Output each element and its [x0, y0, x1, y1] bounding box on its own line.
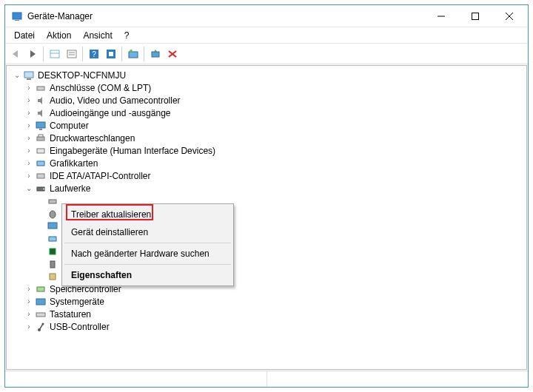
- svg-rect-36: [50, 249, 56, 254]
- speaker-icon: [35, 95, 47, 107]
- svg-rect-20: [24, 72, 33, 78]
- collapse-icon[interactable]: ›: [23, 283, 35, 295]
- svg-point-33: [50, 211, 56, 218]
- ide-icon: [35, 170, 47, 182]
- collapse-icon[interactable]: ›: [23, 321, 35, 333]
- expand-icon[interactable]: ⌄: [11, 70, 23, 81]
- svg-rect-26: [38, 135, 43, 137]
- drive-icon: [35, 183, 47, 195]
- svg-rect-3: [472, 13, 479, 19]
- menu-file[interactable]: Datei: [8, 29, 41, 42]
- show-hidden-button[interactable]: [46, 45, 63, 62]
- ctx-scan-hardware[interactable]: Nach geänderter Hardware suchen: [64, 245, 232, 263]
- monitor-icon: [47, 220, 58, 232]
- svg-point-44: [42, 322, 44, 325]
- svg-text:?: ?: [92, 50, 96, 58]
- collapse-icon[interactable]: ›: [23, 158, 35, 169]
- ctx-separator: [64, 243, 231, 243]
- device-manager-window: Geräte-Manager Datei Aktion Ansicht ? ? …: [4, 4, 529, 388]
- collapse-icon[interactable]: ›: [23, 308, 35, 320]
- svg-rect-34: [48, 223, 57, 229]
- svg-rect-41: [36, 313, 45, 317]
- expand-icon[interactable]: ⌄: [23, 183, 35, 195]
- ctx-properties[interactable]: Eigenschaften: [64, 266, 232, 284]
- svg-rect-37: [50, 261, 55, 268]
- forward-button[interactable]: [24, 45, 41, 62]
- update-driver-button[interactable]: [124, 45, 141, 62]
- collapse-icon[interactable]: ›: [23, 95, 35, 107]
- close-button[interactable]: [492, 5, 526, 27]
- collapse-icon[interactable]: ›: [23, 120, 35, 132]
- collapse-icon[interactable]: ›: [23, 82, 35, 94]
- tree-item-print[interactable]: ›Druckwarteschlangen: [7, 132, 525, 144]
- svg-rect-35: [49, 237, 56, 241]
- collapse-icon[interactable]: ›: [23, 296, 35, 308]
- svg-rect-1: [15, 20, 19, 21]
- menubar: Datei Aktion Ansicht ?: [5, 27, 528, 44]
- titlebar: Geräte-Manager: [5, 5, 528, 27]
- tree-item-hid[interactable]: ›Eingabegeräte (Human Interface Devices): [7, 144, 525, 157]
- gpu-icon: [35, 158, 47, 169]
- system-icon: [35, 296, 47, 308]
- tree-label: Grafikkarten: [50, 158, 98, 169]
- tree-item-ide[interactable]: ›IDE ATA/ATAPI-Controller: [7, 169, 525, 182]
- remove-device-button[interactable]: [164, 45, 181, 62]
- tree-item-usb[interactable]: ›USB-Controller: [7, 320, 525, 333]
- toolbar: ?: [5, 44, 528, 64]
- ctx-uninstall[interactable]: Gerät deinstallieren: [64, 223, 232, 241]
- svg-rect-21: [27, 78, 31, 80]
- properties-button[interactable]: [63, 45, 80, 62]
- svg-rect-0: [13, 13, 21, 19]
- cpu-icon: [47, 246, 58, 257]
- svg-rect-32: [49, 200, 56, 203]
- tree-label: Computer: [50, 121, 89, 131]
- tree-root[interactable]: ⌄ DESKTOP-NCFNMJU: [7, 69, 525, 81]
- usb-icon: [35, 321, 47, 333]
- tree-label: Audioeingänge und -ausgänge: [50, 108, 170, 118]
- collapse-icon[interactable]: ›: [23, 132, 35, 144]
- svg-rect-28: [37, 161, 44, 166]
- scan-hardware-button[interactable]: [147, 45, 164, 62]
- tree-item-ports[interactable]: ›Anschlüsse (COM & LPT): [7, 81, 525, 94]
- svg-rect-39: [37, 287, 44, 291]
- status-pane: [5, 371, 267, 387]
- maximize-button[interactable]: [458, 5, 492, 27]
- svg-rect-27: [37, 149, 44, 153]
- svg-rect-29: [37, 174, 44, 178]
- svg-point-16: [130, 50, 133, 53]
- svg-rect-17: [152, 52, 159, 57]
- tree-item-keyboard[interactable]: ›Tastaturen: [7, 308, 525, 320]
- tree-item-audio-io[interactable]: ›Audioeingänge und -ausgänge: [7, 107, 525, 119]
- app-icon: [11, 10, 23, 22]
- refresh-button[interactable]: [102, 45, 119, 62]
- tree-label: IDE ATA/ATAPI-Controller: [50, 171, 150, 181]
- tree-label: Systemgeräte: [50, 297, 104, 307]
- tree-item-system[interactable]: ›Systemgeräte: [7, 295, 525, 308]
- ctx-update-driver[interactable]: Treiber aktualisieren: [64, 206, 232, 223]
- svg-rect-15: [129, 52, 138, 58]
- collapse-icon[interactable]: ›: [23, 170, 35, 182]
- tree-item-audio[interactable]: ›Audio, Video und Gamecontroller: [7, 94, 525, 107]
- svg-rect-25: [37, 137, 44, 141]
- help-button[interactable]: ?: [85, 45, 102, 62]
- mouse-icon: [47, 208, 58, 220]
- svg-rect-22: [37, 87, 44, 90]
- tree-item-drives[interactable]: ⌄Laufwerke: [7, 182, 525, 195]
- software-icon: [47, 271, 58, 283]
- menu-action[interactable]: Aktion: [41, 29, 77, 42]
- window-controls: [424, 5, 526, 27]
- collapse-icon[interactable]: ›: [23, 145, 35, 157]
- tree-item-gpu[interactable]: ›Grafikkarten: [7, 157, 525, 169]
- hid-icon: [35, 145, 47, 157]
- monitor-icon: [35, 120, 47, 132]
- collapse-icon[interactable]: ›: [23, 107, 35, 119]
- menu-view[interactable]: Ansicht: [77, 29, 118, 42]
- menu-help[interactable]: ?: [118, 29, 135, 42]
- minimize-button[interactable]: [424, 5, 458, 27]
- tree-label: Eingabegeräte (Human Interface Devices): [50, 146, 215, 156]
- device-tree[interactable]: ⌄ DESKTOP-NCFNMJU ›Anschlüsse (COM & LPT…: [6, 65, 527, 370]
- back-button[interactable]: [7, 45, 24, 62]
- context-menu: Treiber aktualisieren Gerät deinstallier…: [61, 203, 234, 286]
- tree-item-computer[interactable]: ›Computer: [7, 119, 525, 132]
- window-title: Geräte-Manager: [27, 11, 424, 21]
